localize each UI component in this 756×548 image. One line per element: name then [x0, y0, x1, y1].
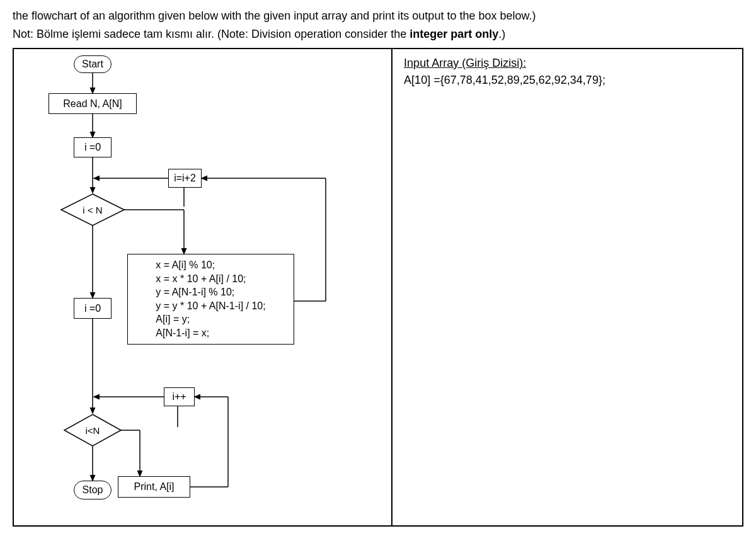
flowchart-panel: Start Read N, A[N] i =0 i=i+2 i < N x = … [14, 49, 392, 525]
increment-inner-node: i++ [164, 387, 195, 406]
condition-1-node: i < N [61, 194, 124, 225]
code-line: y = y * 10 + A[N-1-i] / 10; [156, 299, 265, 313]
increment-outer-node: i=i+2 [168, 169, 202, 188]
stop-node: Stop [74, 481, 112, 499]
instruction-line-1: the flowchart of an algorithm given belo… [13, 8, 743, 25]
code-line: y = A[N-1-i] % 10; [156, 285, 265, 299]
code-line: x = A[i] % 10; [156, 258, 265, 272]
code-line: A[N-1-i] = x; [156, 326, 265, 340]
init-i-0-node-1: i =0 [74, 137, 112, 157]
print-node: Print, A[i] [118, 476, 190, 498]
main-container: Start Read N, A[N] i =0 i=i+2 i < N x = … [13, 48, 743, 527]
instructions-block: the flowchart of an algorithm given belo… [13, 8, 743, 43]
init-i-0-node-2: i =0 [74, 298, 112, 319]
input-array-title: Input Array (Giriş Dizisi): [404, 57, 731, 70]
flowchart: Start Read N, A[N] i =0 i=i+2 i < N x = … [14, 49, 391, 525]
code-line: x = x * 10 + A[i] / 10; [156, 272, 265, 286]
code-block-node: x = A[i] % 10; x = x * 10 + A[i] / 10; y… [127, 254, 294, 345]
start-node: Start [74, 55, 112, 73]
read-node: Read N, A[N] [49, 93, 137, 114]
input-panel: Input Array (Giriş Dizisi): A[10] ={67,7… [392, 49, 742, 525]
input-array-definition: A[10] ={67,78,41,52,89,25,62,92,34,79}; [404, 74, 731, 87]
instruction-line-2: Not: Bölme işlemi sadece tam kısmı alır.… [13, 26, 743, 43]
condition-2-node: i<N [64, 414, 121, 446]
code-line: A[i] = y; [156, 312, 265, 326]
